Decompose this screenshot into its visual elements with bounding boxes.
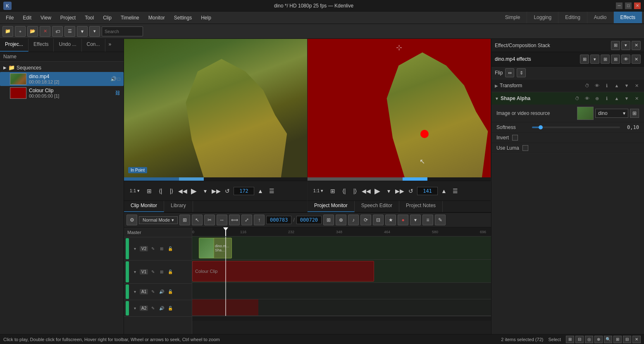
tab-project-notes[interactable]: Project Notes <box>399 201 443 212</box>
search-input[interactable] <box>102 26 143 36</box>
project-timecode-up[interactable]: ▲ <box>439 186 449 196</box>
tl-marker-button[interactable]: ★ <box>385 215 396 225</box>
tab-clip-monitor[interactable]: Clip Monitor <box>124 201 164 212</box>
tab-library[interactable]: Library <box>164 201 193 212</box>
track-a2[interactable] <box>192 299 491 316</box>
tl-settings-button[interactable]: ⚙ <box>126 215 137 225</box>
clip-item-dino[interactable]: dino.mp4 00:00:18:12 [2] 🔊 □ <box>0 72 124 86</box>
delete-button[interactable]: ✕ <box>40 26 50 37</box>
status-btn-7[interactable]: ⊟ <box>623 336 631 343</box>
timecode-up[interactable]: ▲ <box>255 186 265 196</box>
menu-edit[interactable]: Edit <box>19 13 36 22</box>
zoom-dropdown[interactable]: 1:1 ▾ <box>126 186 143 196</box>
tl-sync-button[interactable]: ⟳ <box>360 215 371 225</box>
workspace-tab-effects[interactable]: Effects <box>614 12 642 23</box>
menu-settings[interactable]: Settings <box>170 13 196 22</box>
shape-alpha-header[interactable]: ▼ Shape Alpha ⏱ 👁 ⊕ ℹ ▲ ▼ ✕ <box>491 92 644 105</box>
v1-composite-button[interactable]: ⊞ <box>158 268 165 276</box>
resource-fit-button[interactable]: ⊞ <box>630 109 639 118</box>
rewind-button[interactable]: ◀◀ <box>178 186 188 196</box>
a2-collapse-button[interactable]: ▾ <box>131 305 138 312</box>
v2-composite-button[interactable]: ⊞ <box>158 245 165 253</box>
use-luma-checkbox[interactable] <box>522 145 528 151</box>
tl-zoom-out-button[interactable]: ⊟ <box>373 215 384 225</box>
tl-audio-button[interactable]: ♪ <box>348 215 359 225</box>
transform-info-button[interactable]: ℹ <box>603 81 611 90</box>
workspace-tab-audio[interactable]: Audio <box>587 12 614 23</box>
a1-edit-button[interactable]: ✎ <box>149 288 157 296</box>
new-clip-button[interactable]: 📁 <box>2 26 13 37</box>
a1-collapse-button[interactable]: ▾ <box>131 288 138 296</box>
a2-mute-button[interactable]: 🔊 <box>158 305 165 312</box>
filter-options-button[interactable]: ▾ <box>89 26 100 37</box>
effect-close-button[interactable]: ✕ <box>632 41 641 50</box>
effect-eye-button[interactable]: 👁 <box>621 55 630 64</box>
tree-group-sequences[interactable]: ▶ 📁 Sequences <box>0 63 124 72</box>
a1-lock-button[interactable]: 🔓 <box>167 288 174 296</box>
flip-v-button[interactable]: ⇕ <box>517 68 526 77</box>
clip-dino-v2[interactable]: dino.m...Sha... <box>199 238 232 258</box>
play-button[interactable]: ▶ <box>189 186 199 196</box>
tl-select-button[interactable]: ↖ <box>192 215 203 225</box>
shape-alpha-down-button[interactable]: ▼ <box>623 94 631 103</box>
tab-effects[interactable]: Effects <box>29 39 54 52</box>
transform-header[interactable]: ▶ Transform ⏱ 👁 ℹ ▲ ▼ ✕ <box>491 79 644 92</box>
project-zoom-dropdown[interactable]: 1:1 ▾ <box>310 186 327 196</box>
tl-group-button[interactable]: ⊕ <box>336 215 346 225</box>
tl-slip-button[interactable]: ⟺ <box>229 215 240 225</box>
effect-copy-button[interactable]: ⊞ <box>611 41 620 50</box>
v1-edit-button[interactable]: ✎ <box>149 268 157 276</box>
softness-slider[interactable] <box>532 127 620 128</box>
a2-lock-button[interactable]: 🔓 <box>167 305 174 312</box>
effect-load-button[interactable]: ⊞ <box>611 55 620 64</box>
resource-dropdown[interactable]: dino ▾ <box>595 109 628 118</box>
tl-record-button[interactable]: ● <box>398 215 408 225</box>
project-monitor-timeline[interactable] <box>308 177 491 181</box>
clip-timecode[interactable]: 172 <box>234 187 254 195</box>
tl-subtitle-button[interactable]: ✎ <box>435 215 446 225</box>
v2-collapse-button[interactable]: ▾ <box>131 245 138 253</box>
project-rewind-button[interactable]: ◀◀ <box>361 186 371 196</box>
tl-record-options-button[interactable]: ▾ <box>410 215 421 225</box>
status-btn-6[interactable]: ⊞ <box>613 336 622 343</box>
loop-button[interactable]: ↺ <box>222 186 232 196</box>
workspace-tab-logging[interactable]: Logging <box>527 12 558 23</box>
project-timecode[interactable]: 141 <box>417 187 438 195</box>
tl-multitrack-button[interactable]: ⊞ <box>179 215 190 225</box>
timeline-scrollbar[interactable] <box>192 316 491 321</box>
tab-project[interactable]: Projec... <box>0 39 29 52</box>
timeline-tracks[interactable]: 0 116 232 348 464 580 696 812 928 1004 <box>192 227 491 344</box>
tl-effects-button[interactable]: ≡ <box>422 215 433 225</box>
tl-cut-button[interactable]: ✂ <box>204 215 215 225</box>
filter-button[interactable]: ▼ <box>77 26 88 37</box>
v1-collapse-button[interactable]: ▾ <box>131 268 138 276</box>
add-clip-button[interactable]: + <box>15 26 26 37</box>
menu-tool[interactable]: Tool <box>81 13 98 22</box>
forward-button[interactable]: ▶▶ <box>211 186 221 196</box>
menu-help[interactable]: Help <box>197 13 215 22</box>
v1-lock-button[interactable]: 🔓 <box>167 268 174 276</box>
project-play-button[interactable]: ▶ <box>372 186 382 196</box>
minimize-button[interactable]: ─ <box>616 2 623 9</box>
workspace-tab-editing[interactable]: Editing <box>558 12 587 23</box>
tl-resize-button[interactable]: ⤢ <box>241 215 252 225</box>
softness-thumb[interactable] <box>539 125 543 129</box>
effect-reset-button[interactable]: ⊞ <box>580 55 589 64</box>
project-menu-button[interactable]: ☰ <box>450 186 460 196</box>
status-btn-1[interactable]: ⊞ <box>566 336 574 343</box>
v2-edit-button[interactable]: ✎ <box>149 245 157 253</box>
close-button[interactable]: ✕ <box>634 2 641 9</box>
status-btn-4[interactable]: ⊕ <box>594 336 603 343</box>
transform-keyframe-button[interactable]: ⏱ <box>583 81 591 90</box>
list-view-button[interactable]: ☰ <box>64 26 75 37</box>
play-options-button[interactable]: ▾ <box>200 186 210 196</box>
track-v2[interactable]: dino.m...Sha... <box>192 236 491 260</box>
tab-more[interactable]: » <box>105 39 115 52</box>
status-btn-8[interactable]: ✕ <box>632 336 641 343</box>
project-forward-button[interactable]: ▶▶ <box>395 186 405 196</box>
menu-clip[interactable]: Clip <box>99 13 116 22</box>
tl-extract-button[interactable]: ↑ <box>254 215 265 225</box>
project-zoom-fit-button[interactable]: ⊞ <box>328 186 338 196</box>
tl-snap-button[interactable]: ⊞ <box>323 215 334 225</box>
track-a1[interactable] <box>192 283 491 299</box>
